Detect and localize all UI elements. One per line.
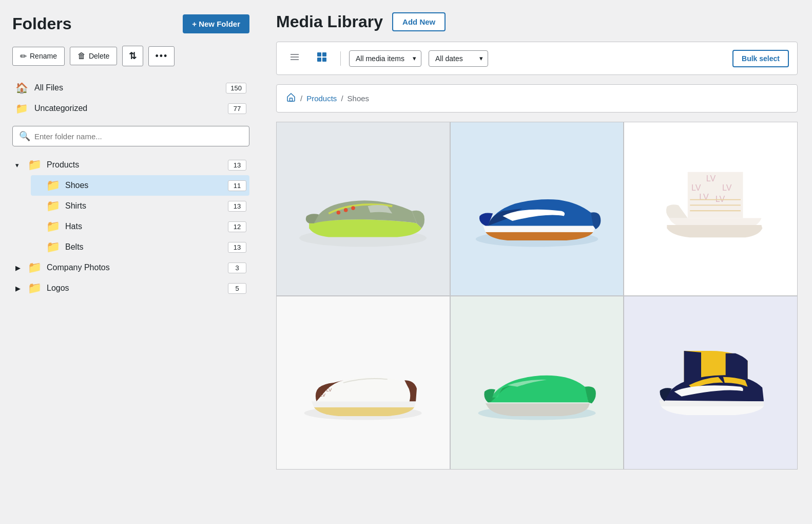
breadcrumb-home-icon[interactable]: [286, 92, 296, 105]
folder-hats[interactable]: 📁 Hats 12: [31, 216, 249, 237]
logos-count: 5: [228, 283, 246, 294]
company-chevron-icon: ▶: [15, 264, 24, 272]
svg-text:LV: LV: [706, 173, 716, 182]
uncategorized-item[interactable]: 📁 Uncategorized 77: [12, 98, 249, 119]
all-files-label: All Files: [34, 83, 226, 92]
shirts-count: 13: [228, 201, 246, 212]
hats-label: Hats: [65, 222, 228, 231]
svg-text:LV: LV: [326, 387, 333, 392]
folder-company-photos[interactable]: ▶ 📁 Company Photos 3: [12, 257, 249, 278]
shoes-label: Shoes: [65, 181, 228, 190]
dates-select-wrapper: All dates This month Last month: [429, 50, 488, 67]
folder-belts[interactable]: 📁 Belts 13: [31, 237, 249, 257]
shoe-image-4: LV LV: [289, 309, 436, 456]
uncategorized-count: 77: [228, 103, 246, 114]
image-cell-1[interactable]: [276, 122, 450, 296]
grid-view-button[interactable]: [312, 48, 332, 68]
folder-products[interactable]: ▾ 📁 Products 13: [12, 155, 249, 175]
image-grid: LV LV LV LV LV: [276, 122, 798, 470]
company-photos-folder-icon: 📁: [28, 261, 42, 274]
filter-bar: All media items Images Audio Video All d…: [276, 42, 798, 75]
home-folder-icon: 🏠: [15, 82, 28, 94]
image-cell-4[interactable]: LV LV: [276, 296, 450, 470]
belts-folder-icon: 📁: [46, 240, 60, 254]
add-new-button[interactable]: Add New: [392, 12, 446, 31]
main-content: Media Library Add New: [262, 0, 812, 524]
folder-logos[interactable]: ▶ 📁 Logos 5: [12, 278, 249, 298]
media-items-select[interactable]: All media items Images Audio Video: [349, 50, 421, 67]
folder-shoes[interactable]: 📁 Shoes 11: [31, 175, 249, 196]
rename-button[interactable]: ✏ Rename: [12, 47, 65, 66]
filter-divider: [340, 51, 341, 66]
rename-label: Rename: [30, 52, 57, 60]
delete-label: Delete: [89, 52, 109, 60]
toolbar-row: ✏ Rename 🗑 Delete ⇅ •••: [12, 46, 249, 66]
main-header: Media Library Add New: [276, 12, 798, 31]
svg-rect-5: [317, 58, 321, 62]
products-count: 13: [228, 160, 246, 171]
sidebar-header: Folders + New Folder: [12, 14, 249, 33]
all-files-item[interactable]: 🏠 All Files 150: [12, 78, 249, 98]
products-children: 📁 Shoes 11 📁 Shirts 13 📁 Hats 12: [31, 175, 249, 257]
belts-count: 13: [228, 242, 246, 253]
svg-rect-6: [322, 58, 326, 62]
list-view-button[interactable]: [285, 49, 304, 68]
sort-button[interactable]: ⇅: [122, 46, 143, 66]
breadcrumb-sep-1: /: [300, 94, 302, 103]
svg-rect-3: [317, 52, 321, 57]
svg-rect-2: [291, 59, 299, 60]
shoes-folder-icon: 📁: [46, 179, 60, 192]
svg-rect-1: [291, 57, 299, 58]
svg-point-10: [344, 208, 348, 212]
company-photos-count: 3: [228, 263, 246, 273]
svg-text:LV: LV: [716, 194, 725, 203]
svg-text:LV: LV: [320, 392, 326, 398]
breadcrumb-products-link[interactable]: Products: [306, 94, 337, 103]
image-cell-5[interactable]: [450, 296, 624, 470]
folder-search-box: 🔍: [12, 126, 249, 146]
list-view-icon: [289, 54, 300, 64]
svg-point-9: [337, 211, 341, 215]
image-cell-2[interactable]: [450, 122, 624, 296]
svg-text:LV: LV: [722, 182, 732, 192]
sidebar: Folders + New Folder ✏ Rename 🗑 Delete ⇅…: [0, 0, 262, 524]
more-icon: •••: [155, 51, 168, 61]
sidebar-title: Folders: [12, 14, 72, 33]
shoe-image-3: LV LV LV LV LV: [642, 140, 780, 278]
folder-search-input[interactable]: [34, 132, 243, 141]
new-folder-button[interactable]: + New Folder: [183, 14, 249, 33]
folder-shirts[interactable]: 📁 Shirts 13: [31, 196, 249, 216]
company-photos-label: Company Photos: [47, 263, 228, 272]
search-icon: 🔍: [19, 130, 30, 142]
breadcrumb-current: Shoes: [347, 94, 370, 103]
svg-text:LV: LV: [691, 182, 701, 192]
breadcrumb: / Products / Shoes: [276, 84, 798, 113]
image-cell-6[interactable]: [624, 296, 798, 470]
shirts-folder-icon: 📁: [46, 199, 60, 213]
delete-icon: 🗑: [78, 51, 86, 61]
more-options-button[interactable]: •••: [148, 46, 175, 66]
hats-folder-icon: 📁: [46, 220, 60, 233]
image-cell-3[interactable]: LV LV LV LV LV: [624, 122, 798, 296]
media-items-select-wrapper: All media items Images Audio Video: [349, 50, 421, 67]
svg-point-11: [351, 207, 355, 211]
svg-rect-0: [291, 54, 299, 55]
dates-select[interactable]: All dates This month Last month: [429, 50, 488, 67]
breadcrumb-sep-2: /: [341, 94, 343, 103]
products-label: Products: [47, 160, 228, 170]
delete-button[interactable]: 🗑 Delete: [70, 47, 117, 65]
sort-icon: ⇅: [129, 51, 137, 61]
shirts-label: Shirts: [65, 201, 228, 211]
shoe-image-5: [463, 309, 610, 456]
belts-label: Belts: [65, 242, 228, 252]
shoe-image-6: [637, 309, 784, 456]
folder-tree: ▾ 📁 Products 13 📁 Shoes 11 📁 Shirts 13: [12, 155, 249, 298]
chevron-down-icon: ▾: [15, 161, 24, 169]
bulk-select-button[interactable]: Bulk select: [732, 50, 789, 67]
grid-view-icon: [316, 54, 327, 65]
svg-rect-4: [322, 52, 326, 57]
products-folder-icon: 📁: [28, 158, 42, 172]
main-title: Media Library: [276, 12, 383, 31]
rename-icon: ✏: [20, 51, 27, 61]
uncategorized-icon: 📁: [15, 102, 28, 115]
